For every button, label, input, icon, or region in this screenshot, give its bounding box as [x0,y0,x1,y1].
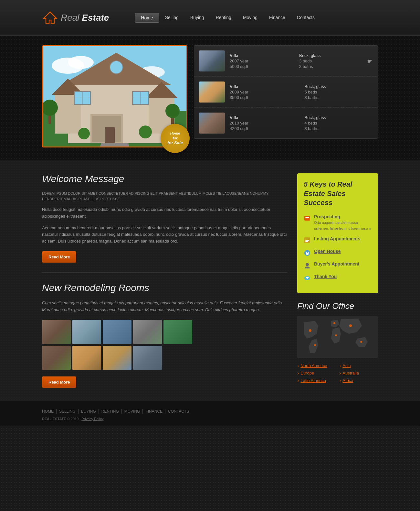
svg-rect-16 [105,127,115,143]
footer-home[interactable]: HOME [42,409,57,414]
buyer-icon [304,262,311,269]
right-column: 5 Keys to Real Estate Sales Success Pros… [297,173,378,388]
prospecting-link[interactable]: Prospecting [314,214,372,219]
photo-thumb-9[interactable] [133,346,162,370]
listing-item[interactable]: Villa Brick, glass 2007 year 3 beds 5000… [194,46,378,77]
nav-moving[interactable]: Moving [237,13,263,23]
nav-contacts[interactable]: Contacts [291,13,320,23]
photo-thumb-2[interactable] [72,320,101,344]
region-australia: › Australia [339,370,378,376]
nav-buying[interactable]: Buying [184,13,210,23]
photo-thumb-8[interactable] [103,346,131,370]
logo-text: Real Estate [61,13,109,23]
thankyou-link[interactable]: Thank You [314,274,337,279]
listing-link[interactable]: Listing Appointments [314,236,360,241]
header: Real Estate Home Selling Buying Renting … [0,0,420,36]
keys-box: 5 Keys to Real Estate Sales Success Pros… [297,173,378,293]
region-africa: › Africa [339,378,378,384]
photo-grid-row1 [42,320,288,344]
svg-point-46 [314,344,316,346]
main-content: Welcome Message LOREM IPSUM DOLOR SIT AM… [0,160,420,401]
svg-point-45 [309,329,311,332]
listing-details-3: Villa Brick, glass 2010 year 4 beds 4200… [230,115,373,131]
region-asia: › Asia [339,363,378,369]
svg-rect-30 [304,216,310,221]
svg-point-38 [306,253,309,255]
welcome-lead: LOREM IPSUM DOLOR SIT AMET CONSECTETUER … [42,191,288,201]
svg-point-48 [335,334,337,336]
photo-grid-row2 [42,346,288,370]
svg-point-40 [308,252,309,253]
thankyou-icon [304,275,311,282]
svg-rect-36 [305,241,308,242]
nav-finance[interactable]: Finance [263,13,291,23]
hero-section: Home for for Sale Villa Brick, glass 200… [0,36,420,160]
welcome-read-more-button[interactable]: Read More [42,251,76,263]
keys-item-prospecting: Prospecting Orta augueimperdiet massa us… [304,214,372,231]
keys-title: 5 Keys to Real Estate Sales Success [304,180,372,208]
welcome-title: Welcome Message [42,173,288,184]
latin-america-link[interactable]: Latin America [300,378,326,383]
footer-nav: HOME SELLING BUYING RENTING MOVING FINAN… [42,409,378,414]
nav-renting[interactable]: Renting [210,13,237,23]
svg-point-4 [68,56,94,69]
remodeling-title: New Remodeling Rooms [42,282,288,293]
logo: Real Estate [42,10,109,25]
europe-link[interactable]: Europe [300,371,314,375]
svg-rect-34 [305,239,309,239]
footer-finance[interactable]: FINANCE [143,409,165,414]
listings-panel: Villa Brick, glass 2007 year 3 beds 5000… [194,45,378,139]
keys-item-openhouse: Open House [304,249,372,256]
privacy-policy-link[interactable]: Privacy Policy [81,417,103,421]
remodeling-read-more-button[interactable]: Read More [42,376,76,388]
footer-buying[interactable]: BUYING [79,409,99,414]
remodeling-lead: Cum sociis natoque penatibus et magnis d… [42,300,288,313]
svg-marker-0 [44,12,57,23]
photo-thumb-6[interactable] [42,346,71,370]
svg-rect-32 [305,219,308,219]
photo-thumb-1[interactable] [42,320,71,344]
north-america-link[interactable]: North America [300,363,327,368]
openhouse-link[interactable]: Open House [314,249,341,254]
footer-copyright: REAL ESTATE © 2010 | Privacy Policy [42,417,378,421]
office-regions: › North America › Asia › Europe › Austra… [297,363,378,384]
openhouse-icon [304,249,311,256]
keys-item-listing: Listing Appointments [304,236,372,244]
svg-point-47 [333,322,335,324]
left-column: Welcome Message LOREM IPSUM DOLOR SIT AM… [42,173,288,388]
world-map-svg [297,316,378,358]
nav-home[interactable]: Home [135,13,159,23]
photo-thumb-4[interactable] [133,320,162,344]
footer-selling[interactable]: SELLING [57,409,79,414]
listing-icon [304,237,311,244]
sale-badge: Home for for Sale [161,124,190,153]
listing-item[interactable]: Villa Brick, glass 2009 year 5 beds 3500… [194,77,378,108]
welcome-body2: Aenean nonummy hendrerit maurihasellus p… [42,225,288,245]
prospecting-icon [304,215,311,222]
footer: HOME SELLING BUYING RENTING MOVING FINAN… [0,401,420,426]
listing-details-2: Villa Brick, glass 2009 year 5 beds 3500… [230,84,373,100]
africa-link[interactable]: Africa [342,378,353,383]
asia-link[interactable]: Asia [342,363,351,368]
region-europe: › Europe [297,370,336,376]
photo-thumb-3[interactable] [103,320,131,344]
buyer-link[interactable]: Buyer's Appointment [314,261,360,266]
australia-link[interactable]: Australia [342,371,359,375]
photo-thumb-7[interactable] [72,346,101,370]
footer-moving[interactable]: MOVING [122,409,143,414]
keys-item-buyer: Buyer's Appointment [304,261,372,269]
footer-contacts[interactable]: CONTACTS [165,409,192,414]
welcome-body1: Nulla dsce feugiat malesuada odiobi munc… [42,206,288,220]
svg-point-39 [306,252,307,253]
svg-point-29 [139,125,152,138]
footer-renting[interactable]: RENTING [99,409,122,414]
prospecting-desc: Orta augueimperdiet massa usliensec fali… [314,221,371,230]
photo-thumb-5[interactable] [163,320,192,344]
nav-selling[interactable]: Selling [159,13,184,23]
listing-thumbnail-3 [199,113,225,134]
listing-details-1: Villa Brick, glass 2007 year 3 beds 5000… [230,53,362,69]
svg-rect-31 [305,217,309,218]
keys-item-thankyou: Thank You [304,274,372,282]
main-nav: Home Selling Buying Renting Moving Finan… [135,13,320,23]
listing-item[interactable]: Villa Brick, glass 2010 year 4 beds 4200… [194,108,378,138]
